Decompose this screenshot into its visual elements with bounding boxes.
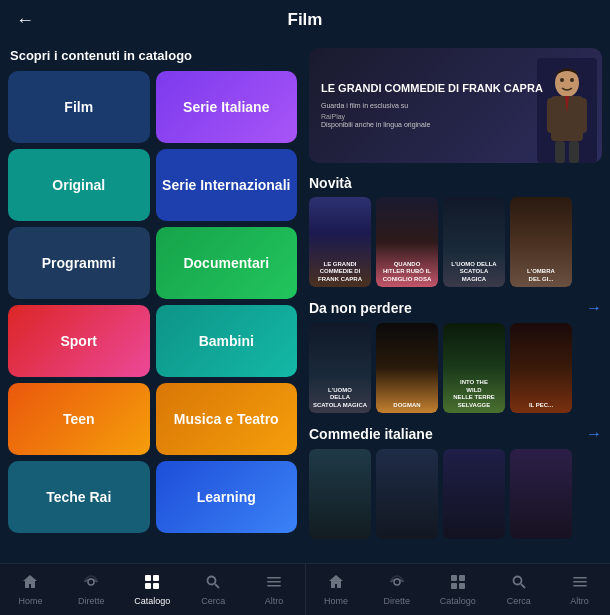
- hero-logo: RaiPlay: [321, 113, 590, 120]
- nav-item-cerca[interactable]: Cerca: [183, 564, 244, 615]
- commedie-card-3[interactable]: [510, 449, 572, 539]
- svg-rect-23: [459, 583, 465, 589]
- svg-rect-6: [569, 141, 579, 163]
- movie-card-m7[interactable]: INTO THEWILDNELLE TERRESELVAGGE: [443, 323, 505, 413]
- nav-item-home[interactable]: Home: [0, 564, 61, 615]
- novita-section-header: Novità: [309, 175, 602, 191]
- svg-rect-18: [267, 585, 281, 587]
- nav-item-cerca2[interactable]: Cerca: [488, 564, 549, 615]
- movie-card-m1[interactable]: LE GRANDICOMMEDIE DIFRANK CAPRA: [309, 197, 371, 287]
- commedie-italiane-arrow[interactable]: →: [586, 425, 602, 443]
- svg-rect-12: [145, 583, 151, 589]
- da-non-perdere-section-header: Da non perdere →: [309, 299, 602, 317]
- nav-item-altro2[interactable]: Altro: [549, 564, 610, 615]
- main-layout: Scopri i contenuti in catalogo FilmSerie…: [0, 40, 610, 570]
- commedie-card-1[interactable]: [376, 449, 438, 539]
- nav-label-altro: Altro: [265, 596, 284, 606]
- svg-rect-27: [573, 581, 587, 583]
- page-title: Film: [288, 10, 323, 30]
- movie-card-m4[interactable]: L'OMBRADEL GI...: [510, 197, 572, 287]
- svg-point-14: [208, 576, 216, 584]
- svg-rect-21: [459, 575, 465, 581]
- nav-label-dirette2: Dirette: [384, 596, 411, 606]
- header: ← Film: [0, 0, 610, 40]
- nav-icon-catalogo: [144, 574, 160, 594]
- svg-rect-11: [153, 575, 159, 581]
- sidebar-item-serie-internazionali[interactable]: Serie Internazionali: [156, 149, 298, 221]
- movie-card-m2[interactable]: QUANDOHITLER RUBÒ ILCONIGLIO ROSA: [376, 197, 438, 287]
- sidebar-item-programmi[interactable]: Programmi: [8, 227, 150, 299]
- novita-title: Novità: [309, 175, 352, 191]
- nav-item-home2[interactable]: Home: [306, 564, 367, 615]
- nav-item-catalogo[interactable]: Catalogo: [122, 564, 183, 615]
- svg-rect-10: [145, 575, 151, 581]
- nav-label-dirette: Dirette: [78, 596, 105, 606]
- commedie-italiane-title: Commedie italiane: [309, 426, 433, 442]
- sidebar-item-musica-teatro[interactable]: Musica e Teatro: [156, 383, 298, 455]
- sidebar-item-teen[interactable]: Teen: [8, 383, 150, 455]
- nav-label-home2: Home: [324, 596, 348, 606]
- sidebar-item-original[interactable]: Original: [8, 149, 150, 221]
- da-non-perdere-arrow[interactable]: →: [586, 299, 602, 317]
- movie-card-m6[interactable]: DOGMAN: [376, 323, 438, 413]
- back-button[interactable]: ←: [16, 10, 34, 31]
- sidebar-item-film[interactable]: Film: [8, 71, 150, 143]
- nav-icon-dirette2: [389, 574, 405, 594]
- nav-icon-dirette: [83, 574, 99, 594]
- svg-rect-20: [451, 575, 457, 581]
- da-non-perdere-title: Da non perdere: [309, 300, 412, 316]
- sidebar-item-learning[interactable]: Learning: [156, 461, 298, 533]
- sidebar-item-documentari[interactable]: Documentari: [156, 227, 298, 299]
- hero-subtitle: Guarda i film in esclusiva su: [321, 101, 590, 110]
- hero-note: Disponibili anche in lingua originale: [321, 120, 590, 129]
- nav-label-catalogo2: Catalogo: [440, 596, 476, 606]
- sidebar-item-serie-italiane[interactable]: Serie Italiane: [156, 71, 298, 143]
- sidebar-item-sport[interactable]: Sport: [8, 305, 150, 377]
- nav-item-dirette2[interactable]: Dirette: [366, 564, 427, 615]
- nav-icon-catalogo2: [450, 574, 466, 594]
- nav-label-altro2: Altro: [570, 596, 589, 606]
- nav-icon-cerca2: [511, 574, 527, 594]
- category-grid: FilmSerie ItalianeOriginalSerie Internaz…: [8, 71, 297, 533]
- svg-point-24: [513, 576, 521, 584]
- commedie-italiane-row: [309, 449, 602, 539]
- category-sidebar: Scopri i contenuti in catalogo FilmSerie…: [0, 40, 305, 570]
- nav-icon-home2: [328, 574, 344, 594]
- svg-rect-22: [451, 583, 457, 589]
- svg-rect-13: [153, 583, 159, 589]
- hero-banner[interactable]: LE GRANDI COMMEDIE DI FRANK CAPRA Guarda…: [309, 48, 602, 163]
- movie-card-m5[interactable]: L'UOMODELLASCATOLA MAGICA: [309, 323, 371, 413]
- sidebar-title: Scopri i contenuti in catalogo: [8, 48, 297, 63]
- nav-icon-home: [22, 574, 38, 594]
- nav-label-cerca: Cerca: [201, 596, 225, 606]
- nav-icon-altro: [266, 574, 282, 594]
- nav-label-catalogo: Catalogo: [134, 596, 170, 606]
- sidebar-item-teche-rai[interactable]: Teche Rai: [8, 461, 150, 533]
- nav-item-catalogo2[interactable]: Catalogo: [427, 564, 488, 615]
- svg-rect-26: [573, 577, 587, 579]
- hero-title: LE GRANDI COMMEDIE DI FRANK CAPRA: [321, 82, 590, 95]
- svg-line-25: [521, 584, 525, 588]
- sidebar-item-bambini[interactable]: Bambini: [156, 305, 298, 377]
- nav-item-dirette[interactable]: Dirette: [61, 564, 122, 615]
- nav-item-altro[interactable]: Altro: [244, 564, 305, 615]
- nav-label-cerca2: Cerca: [507, 596, 531, 606]
- commedie-italiane-section-header: Commedie italiane →: [309, 425, 602, 443]
- nav-icon-cerca: [205, 574, 221, 594]
- commedie-card-2[interactable]: [443, 449, 505, 539]
- bottom-nav-left: HomeDiretteCatalogoCercaAltro: [0, 564, 305, 615]
- da-non-perdere-row: L'UOMODELLASCATOLA MAGICADOGMANINTO THEW…: [309, 323, 602, 413]
- svg-rect-5: [555, 141, 565, 163]
- content-area: LE GRANDI COMMEDIE DI FRANK CAPRA Guarda…: [305, 40, 610, 570]
- svg-rect-28: [573, 585, 587, 587]
- rai-play-logo: RaiPlay: [321, 113, 345, 120]
- commedie-card-0[interactable]: [309, 449, 371, 539]
- svg-line-15: [215, 584, 219, 588]
- bottom-nav-right: HomeDiretteCatalogoCercaAltro: [306, 564, 611, 615]
- nav-label-home: Home: [18, 596, 42, 606]
- movie-card-m3[interactable]: L'UOMO DELLASCATOLAMAGICA: [443, 197, 505, 287]
- movie-card-m8[interactable]: IL PEC...: [510, 323, 572, 413]
- novita-row: LE GRANDICOMMEDIE DIFRANK CAPRAQUANDOHIT…: [309, 197, 602, 287]
- nav-icon-altro2: [572, 574, 588, 594]
- svg-rect-16: [267, 577, 281, 579]
